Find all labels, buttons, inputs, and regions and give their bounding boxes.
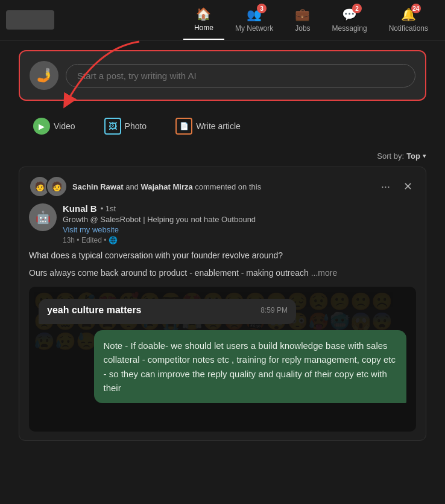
home-icon: 🏠 xyxy=(196,7,211,21)
notifications-badge: 24 xyxy=(411,4,421,13)
nav-item-messaging[interactable]: 💬 2 Messaging xyxy=(321,0,378,40)
photo-button[interactable]: 🖼 Photo xyxy=(90,113,162,139)
author-title: Growth @ SalesRobot | Helping you not ha… xyxy=(63,215,416,224)
post-card: 🧑 🧑 Sachin Rawat and Wajahat Mirza comme… xyxy=(19,167,426,441)
network-label: My Network xyxy=(235,24,273,33)
nav-item-jobs[interactable]: 💼 Jobs xyxy=(284,0,321,40)
navbar: 🏠 Home 👥 3 My Network 💼 Jobs 💬 2 Messagi… xyxy=(0,0,445,40)
article-icon: 📄 xyxy=(175,118,192,135)
commenter-suffix: commented on this xyxy=(195,182,261,191)
messaging-icon: 💬 2 xyxy=(342,7,357,22)
jobs-label: Jobs xyxy=(295,24,310,33)
author-website-link[interactable]: Visit my website xyxy=(63,225,119,234)
chat-bubble-right: Note - If doable- we should let users a … xyxy=(94,330,407,403)
commenter-names: Sachin Rawat and Wajahat Mirza commented… xyxy=(72,182,261,191)
post-time: 13h • Edited • xyxy=(63,236,106,244)
home-label: Home xyxy=(194,24,213,32)
chat-preview: 😀😂🤣😍🥰😘😎🤩🙄😏😒😞😔😟😕🙁☹️😣😖😫😩🥺😢😭😤😠😡🤬🤯😳🥵🥶😱😨😰😥😓🤗🤔… xyxy=(29,287,416,432)
commenter-avatar-2: 🧑 xyxy=(46,176,68,197)
bubble-time: 8:59 PM xyxy=(260,306,288,314)
chat-bubble-left: yeah culture matters 8:59 PM xyxy=(39,299,296,324)
commenter-name-1: Sachin Rawat xyxy=(72,182,124,191)
author-badge: • 1st xyxy=(101,204,116,213)
bubble-title: yeah culture matters xyxy=(47,305,142,316)
notifications-icon: 🔔 24 xyxy=(401,7,416,22)
post-box: 🤳 xyxy=(19,50,426,101)
network-badge: 3 xyxy=(257,4,267,13)
nav-items: 🏠 Home 👥 3 My Network 💼 Jobs 💬 2 Messagi… xyxy=(183,0,439,40)
nav-item-home[interactable]: 🏠 Home xyxy=(183,0,224,40)
sort-bar: Sort by: Top ▾ xyxy=(19,152,426,161)
article-button[interactable]: 📄 Write article xyxy=(161,113,255,139)
author-meta: 13h • Edited • 🌐 xyxy=(63,236,416,244)
post-text2: Ours always come back around to product … xyxy=(29,268,309,278)
article-label: Write article xyxy=(196,121,241,131)
notifications-label: Notifications xyxy=(389,24,428,33)
commenter-avatars: 🧑 🧑 xyxy=(29,176,68,197)
post-text-secondary: Ours always come back around to product … xyxy=(29,267,416,279)
note-text: Note - If doable- we should let users a … xyxy=(104,339,397,395)
globe-icon: 🌐 xyxy=(109,236,118,244)
sort-prefix: Sort by: xyxy=(377,152,404,161)
author-info: Kunal B • 1st Growth @ SalesRobot | Help… xyxy=(63,203,416,244)
video-label: Video xyxy=(54,121,75,131)
sort-value[interactable]: Top xyxy=(406,152,420,161)
post-text: What does a typical conversation with yo… xyxy=(29,249,416,262)
jobs-icon: 💼 xyxy=(295,7,310,22)
photo-icon: 🖼 xyxy=(104,118,121,135)
commenter-and: and xyxy=(125,182,140,191)
bubble-header: yeah culture matters 8:59 PM xyxy=(47,305,288,316)
commenter-name-2: Wajahat Mirza xyxy=(140,182,192,191)
video-button[interactable]: ▶ Video xyxy=(19,113,90,139)
more-link[interactable]: ...more xyxy=(311,268,338,278)
messaging-label: Messaging xyxy=(332,24,367,33)
nav-item-my-network[interactable]: 👥 3 My Network xyxy=(224,0,284,40)
post-input[interactable] xyxy=(66,64,415,88)
photo-label: Photo xyxy=(125,121,147,131)
user-avatar: 🤳 xyxy=(30,61,58,90)
post-actions: ··· ✕ xyxy=(377,179,416,194)
video-icon: ▶ xyxy=(33,118,50,135)
close-button[interactable]: ✕ xyxy=(400,179,416,194)
messaging-badge: 2 xyxy=(352,4,362,13)
commenter-info: 🧑 🧑 Sachin Rawat and Wajahat Mirza comme… xyxy=(29,176,261,197)
nav-logo xyxy=(6,10,54,30)
post-card-header: 🧑 🧑 Sachin Rawat and Wajahat Mirza comme… xyxy=(29,176,416,197)
network-icon: 👥 3 xyxy=(247,7,262,22)
author-section: 🤖 Kunal B • 1st Growth @ SalesRobot | He… xyxy=(29,203,416,244)
author-avatar: 🤖 xyxy=(29,203,57,231)
more-options-button[interactable]: ··· xyxy=(377,179,394,194)
action-bar: ▶ Video 🖼 Photo 📄 Write article xyxy=(19,108,426,144)
nav-item-notifications[interactable]: 🔔 24 Notifications xyxy=(378,0,439,40)
main-content: 🤳 ▶ Video 🖼 Photo 📄 Write article xyxy=(11,50,434,441)
chevron-down-icon[interactable]: ▾ xyxy=(423,152,426,160)
author-name[interactable]: Kunal B xyxy=(63,203,97,214)
